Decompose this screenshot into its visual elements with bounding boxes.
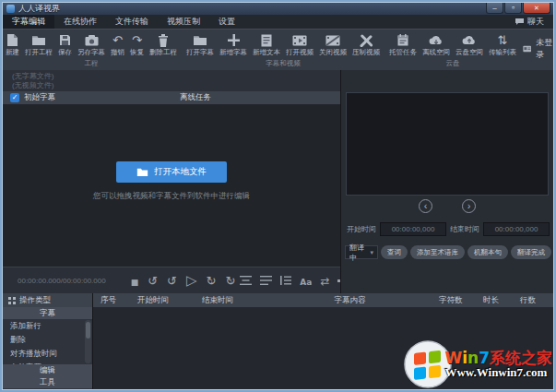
export-subtitle-button[interactable]: 另存字幕 bbox=[75, 32, 108, 57]
add-text-button[interactable]: 新增文本 bbox=[250, 32, 283, 57]
toolbar-group-cloud: 托管任务 离线空间 云盘空间 ⇅ 传输列表 云盘 bbox=[386, 30, 519, 70]
col-char-count: 字符数 bbox=[439, 295, 483, 306]
tab-initial-subtitle[interactable]: 初始字幕 bbox=[24, 92, 55, 103]
watermark-title: Win7系统之家 bbox=[444, 350, 552, 366]
window-title: 人人译视界 bbox=[18, 3, 60, 15]
undo-button[interactable]: ↶ 撤销 bbox=[108, 32, 127, 57]
file-status-panel: (无字幕文件) (无视频文件) bbox=[3, 70, 340, 91]
translate-done-button[interactable]: 翻译完成 bbox=[511, 245, 551, 259]
prev-subtitle-button[interactable]: ‹ bbox=[419, 199, 432, 213]
playback-time: 00:00:00.000/00:00:00.000 bbox=[18, 277, 106, 285]
delete-project-button[interactable]: 删除工程 bbox=[147, 32, 180, 57]
align-justify-icon[interactable] bbox=[260, 276, 272, 285]
cloud-download-icon bbox=[429, 32, 444, 48]
group-label-project: 工程 bbox=[3, 59, 180, 68]
chevron-down-icon bbox=[370, 248, 373, 256]
playback-tools bbox=[240, 273, 349, 288]
subtitle-file-status: (无字幕文件) bbox=[12, 72, 340, 81]
forward-5s-button[interactable]: 5 bbox=[225, 275, 235, 287]
app-icon bbox=[6, 5, 15, 13]
rewind-5s-button[interactable]: 5 bbox=[148, 275, 158, 287]
toolbar: 新建 打开工程 保存 另存字幕 ↶ 撤销 bbox=[3, 29, 553, 70]
operations-list: 添加新行 删除 对齐播放时间 合并字幕 bbox=[3, 319, 92, 364]
cloud-space-button[interactable]: 云盘空间 bbox=[453, 32, 486, 57]
menu-settings[interactable]: 设置 bbox=[209, 15, 244, 29]
drop-zone[interactable]: 打开本地文件 您可以拖拽视频和字幕文件到软件中进行编辑 bbox=[3, 104, 340, 267]
open-local-file-button[interactable]: 打开本地文件 bbox=[116, 161, 227, 183]
subtitle-tab-row: 初始字幕 离线任务 bbox=[3, 91, 340, 104]
font-size-icon[interactable] bbox=[300, 273, 312, 288]
op-delete[interactable]: 删除 bbox=[3, 333, 92, 347]
stop-button[interactable] bbox=[131, 273, 139, 288]
maximize-icon bbox=[512, 4, 515, 12]
open-subtitle-button[interactable]: 打开字幕 bbox=[183, 32, 217, 57]
col-end-time: 结束时间 bbox=[195, 295, 261, 306]
close-button[interactable] bbox=[523, 3, 550, 14]
tab-offline-tasks[interactable]: 离线任务 bbox=[180, 92, 211, 103]
machine-translate-button[interactable]: 机翻本句 bbox=[467, 245, 508, 259]
menu-video-encode[interactable]: 视频压制 bbox=[158, 15, 209, 29]
chat-button[interactable]: 聊天 bbox=[505, 15, 553, 29]
scrollbar-thumb[interactable] bbox=[86, 322, 90, 339]
task-list-button[interactable]: 托管任务 bbox=[386, 32, 420, 57]
login-icon bbox=[523, 44, 531, 53]
login-status[interactable]: 未登录 bbox=[536, 37, 553, 61]
watermark-url: Www.Winwin7.com bbox=[444, 366, 552, 379]
forward-1s-button[interactable]: 1 bbox=[207, 275, 217, 287]
end-time-input[interactable]: 00:00:00,000 bbox=[483, 222, 550, 236]
section-tools[interactable]: 工具 bbox=[3, 376, 92, 388]
col-line-count: 行数 bbox=[520, 295, 553, 306]
export-subtitle-icon bbox=[85, 32, 99, 48]
menu-file-transfer[interactable]: 文件传输 bbox=[106, 15, 158, 29]
save-button[interactable]: 保存 bbox=[55, 32, 75, 57]
group-label-subtitle-video: 字幕和视频 bbox=[183, 59, 383, 68]
initial-subtitle-checkbox[interactable] bbox=[10, 93, 19, 102]
offline-space-button[interactable]: 离线空间 bbox=[420, 32, 453, 57]
op-align-playtime[interactable]: 对齐播放时间 bbox=[3, 347, 92, 361]
minimize-button[interactable] bbox=[486, 3, 503, 14]
title-bar: 人人译视界 bbox=[3, 3, 553, 15]
section-edit[interactable]: 编辑 bbox=[3, 364, 92, 376]
panel-grid-icon bbox=[8, 297, 16, 304]
operations-panel: 操作类型 字幕 添加新行 删除 对齐播放时间 合并字幕 编辑 工具 bbox=[3, 293, 93, 389]
add-term-button[interactable]: 添加至术语库 bbox=[410, 245, 465, 259]
add-subtitle-button[interactable]: 新增字幕 bbox=[217, 32, 250, 57]
redo-button[interactable]: ↷ 恢复 bbox=[127, 32, 147, 57]
open-video-button[interactable]: 打开视频 bbox=[283, 32, 316, 57]
col-subtitle-content: 字幕内容 bbox=[261, 295, 439, 306]
start-time-input[interactable]: 00:00:00,000 bbox=[380, 222, 446, 236]
window-controls bbox=[485, 3, 550, 14]
lookup-word-button[interactable]: 查词 bbox=[381, 245, 408, 259]
operations-title: 操作类型 bbox=[19, 295, 51, 306]
encode-video-button[interactable]: 压制视频 bbox=[349, 32, 383, 57]
swap-lines-icon[interactable] bbox=[320, 273, 329, 288]
trash-icon bbox=[158, 32, 169, 48]
section-subtitle[interactable]: 字幕 bbox=[3, 307, 92, 319]
close-video-button[interactable]: 关闭视频 bbox=[316, 32, 349, 57]
transfer-list-button[interactable]: ⇅ 传输列表 bbox=[486, 32, 519, 57]
maximize-button[interactable] bbox=[504, 3, 522, 14]
open-folder-icon bbox=[31, 32, 46, 48]
new-project-button[interactable]: 新建 bbox=[3, 32, 22, 57]
close-video-icon bbox=[325, 32, 340, 48]
op-merge-subtitle[interactable]: 合并字幕 bbox=[3, 361, 92, 364]
editor-panel: ‹ › 开始时间 00:00:00,000 结束时间 00:00:00,000 … bbox=[340, 70, 553, 293]
next-subtitle-button[interactable]: › bbox=[462, 199, 476, 213]
line-list-icon[interactable] bbox=[280, 276, 291, 285]
watermark-text: Win7系统之家 Www.Winwin7.com bbox=[444, 350, 552, 379]
app-window: 人人译视界 字幕编辑 在线协作 文件传输 视频压制 设置 聊天 新建 bbox=[0, 0, 556, 392]
chat-label: 聊天 bbox=[527, 16, 544, 28]
play-button[interactable] bbox=[186, 273, 197, 288]
operations-scrollbar[interactable] bbox=[85, 320, 91, 363]
table-header-row: 序号 开始时间 结束时间 字幕内容 字符数 时长 行数 bbox=[93, 293, 553, 307]
menu-subtitle-edit[interactable]: 字幕编辑 bbox=[3, 15, 54, 29]
align-center-icon[interactable] bbox=[240, 276, 252, 285]
open-project-button[interactable]: 打开工程 bbox=[22, 32, 55, 57]
encode-video-icon bbox=[360, 32, 373, 48]
rewind-1s-button[interactable]: 1 bbox=[167, 275, 177, 287]
status-dropdown[interactable]: 翻译中 bbox=[345, 245, 378, 259]
toolbar-group-subtitle-video: 打开字幕 新增字幕 新增文本 打开视频 关闭视频 bbox=[183, 30, 383, 70]
op-add-row[interactable]: 添加新行 bbox=[3, 319, 92, 333]
menu-online-collab[interactable]: 在线协作 bbox=[54, 15, 106, 29]
folder-icon bbox=[136, 167, 148, 177]
